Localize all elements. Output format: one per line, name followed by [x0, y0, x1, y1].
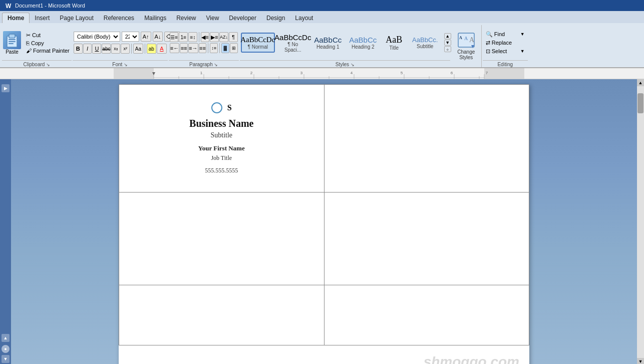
scroll-down-button[interactable]: ▼ — [637, 358, 644, 364]
increase-indent-button[interactable]: ▶≡ — [210, 32, 219, 42]
sidebar-nav-up[interactable]: ▲ — [2, 334, 10, 342]
styles-group: AaBbCcDc ¶ Normal AaBbCcDc ¶ No Spaci...… — [240, 25, 450, 67]
show-hide-button[interactable]: ¶ — [229, 32, 238, 42]
line-spacing-button[interactable]: ↕≡ — [210, 43, 218, 53]
svg-rect-6 — [9, 43, 14, 44]
change-case-button[interactable]: Aa — [133, 44, 143, 54]
binoculars-icon: 🔍 — [486, 31, 493, 38]
shading-button[interactable]: ▓ — [221, 43, 229, 53]
sidebar-tool-1[interactable]: ▶ — [2, 84, 10, 92]
heading2-label: Heading 2 — [352, 44, 375, 50]
card-cell-top-left[interactable]: S Business Name Subtitle Your First Name… — [119, 85, 325, 193]
styles-group-label: Styles ↘ — [240, 60, 450, 67]
italic-button[interactable]: I — [83, 44, 92, 54]
grow-font-button[interactable]: A↑ — [141, 32, 151, 42]
change-styles-button[interactable]: A A A ChangeStyles — [451, 29, 481, 62]
strikethrough-button[interactable]: abc — [102, 44, 111, 54]
scroll-thumb[interactable] — [637, 93, 643, 113]
bullets-button[interactable]: ☰≡ — [170, 32, 179, 42]
select-icon: ⊡ — [486, 48, 490, 55]
numbering-button[interactable]: 1≡ — [179, 32, 188, 42]
scroll-up-button[interactable]: ▲ — [637, 79, 644, 86]
highlight-button[interactable]: ab — [147, 44, 157, 54]
tab-home[interactable]: Home — [2, 13, 30, 23]
subtitle-sample: AaBbCc. — [412, 36, 438, 44]
card-cell-mid-right[interactable] — [324, 193, 529, 285]
tab-view[interactable]: View — [201, 13, 224, 23]
font-expand-icon[interactable]: ↘ — [124, 62, 128, 67]
svg-text:A: A — [459, 36, 462, 40]
tab-review[interactable]: Review — [171, 13, 201, 23]
svg-text:4: 4 — [351, 71, 353, 75]
subscript-button[interactable]: x₂ — [111, 44, 120, 54]
card-logo-circle — [211, 102, 222, 113]
tab-page-layout[interactable]: Page Layout — [55, 13, 98, 23]
select-button[interactable]: ⊡ Select ▼ — [484, 48, 527, 55]
justify-button[interactable]: ≡≡ — [199, 43, 207, 53]
font-color-button[interactable]: A — [157, 44, 167, 54]
change-styles-group-label — [451, 66, 481, 67]
card-job-title: Job Title — [211, 154, 232, 162]
copy-button[interactable]: ⎘ Copy — [24, 40, 72, 47]
vertical-scrollbar[interactable]: ▲ ▼ — [637, 79, 644, 364]
align-left-button[interactable]: ≡← — [170, 43, 179, 53]
align-right-button[interactable]: ≡→ — [188, 43, 198, 53]
sort-button[interactable]: AZ↓ — [219, 32, 228, 42]
find-dropdown-icon[interactable]: ▼ — [520, 32, 525, 37]
decrease-indent-button[interactable]: ◀≡ — [201, 32, 210, 42]
svg-text:A: A — [469, 36, 475, 44]
tab-developer[interactable]: Developer — [224, 13, 261, 23]
sidebar-nav-circle[interactable]: ● — [2, 345, 10, 353]
clipboard-group: Paste ✂ Cut ⎘ Copy 🖌 Format Painter — [2, 25, 72, 67]
clipboard-expand-icon[interactable]: ↘ — [46, 62, 50, 67]
no-spacing-label: ¶ No Spaci... — [279, 42, 307, 53]
editing-group: 🔍 Find ▼ ⇄ Replace ⊡ Select ▼ Editing — [483, 25, 528, 67]
underline-button[interactable]: U — [92, 44, 101, 54]
tab-mailings[interactable]: Mailings — [139, 13, 171, 23]
styles-dropdown[interactable]: ⬦ — [444, 46, 451, 52]
document-area[interactable]: S Business Name Subtitle Your First Name… — [11, 79, 637, 364]
style-subtitle-button[interactable]: AaBbCc. Subtitle — [408, 33, 442, 52]
styles-expand-icon[interactable]: ↘ — [351, 62, 355, 67]
ribbon-tabs: Home Insert Page Layout References Maili… — [0, 11, 644, 23]
align-center-button[interactable]: ≡≡ — [180, 43, 188, 53]
cut-button[interactable]: ✂ Cut — [24, 32, 72, 39]
style-normal-button[interactable]: AaBbCcDc ¶ Normal — [241, 33, 275, 53]
bold-button[interactable]: B — [74, 44, 83, 54]
sidebar-nav-down[interactable]: ▼ — [2, 355, 10, 363]
svg-text:W: W — [6, 3, 12, 10]
svg-rect-13 — [114, 77, 524, 78]
styles-scroll-up[interactable]: ▲ — [444, 33, 451, 39]
card-cell-mid-left[interactable] — [119, 193, 325, 285]
card-cell-bot-left[interactable] — [119, 285, 325, 345]
card-cell-top-right[interactable] — [324, 85, 529, 193]
card-cell-bot-right[interactable] — [324, 285, 529, 345]
replace-button[interactable]: ⇄ Replace — [484, 39, 527, 47]
style-heading1-button[interactable]: AaBbCc Heading 1 — [311, 33, 345, 53]
font-size-select[interactable]: 22 — [122, 32, 139, 42]
style-no-spacing-button[interactable]: AaBbCcDc ¶ No Spaci... — [276, 30, 310, 56]
style-heading2-button[interactable]: AaBbCc Heading 2 — [346, 33, 380, 53]
svg-text:5: 5 — [401, 71, 403, 75]
font-name-select[interactable]: Calibri (Body) — [74, 32, 120, 42]
title-bar: W Document1 - Microsoft Word — [0, 0, 644, 11]
left-sidebar: ▶ ▲ ● ▼ — [0, 79, 11, 364]
multilevel-button[interactable]: ≡↕ — [188, 32, 197, 42]
shrink-font-button[interactable]: A↓ — [153, 32, 163, 42]
format-painter-button[interactable]: 🖌 Format Painter — [24, 47, 72, 54]
tab-layout[interactable]: Layout — [290, 13, 318, 23]
paste-button[interactable]: Paste — [2, 30, 22, 56]
select-dropdown-icon[interactable]: ▼ — [520, 49, 525, 54]
borders-button[interactable]: ⊞ — [230, 43, 238, 53]
styles-scroll-down[interactable]: ▼ — [444, 40, 451, 46]
superscript-button[interactable]: x² — [121, 44, 130, 54]
tab-design[interactable]: Design — [261, 13, 290, 23]
document[interactable]: S Business Name Subtitle Your First Name… — [119, 84, 529, 364]
paragraph-expand-icon[interactable]: ↘ — [214, 62, 218, 67]
tab-insert[interactable]: Insert — [30, 13, 55, 23]
style-title-button[interactable]: AaB Title — [381, 32, 407, 54]
tab-references[interactable]: References — [99, 13, 139, 23]
normal-label: ¶ Normal — [248, 44, 268, 50]
scissors-icon: ✂ — [26, 32, 31, 39]
find-button[interactable]: 🔍 Find ▼ — [484, 31, 527, 38]
